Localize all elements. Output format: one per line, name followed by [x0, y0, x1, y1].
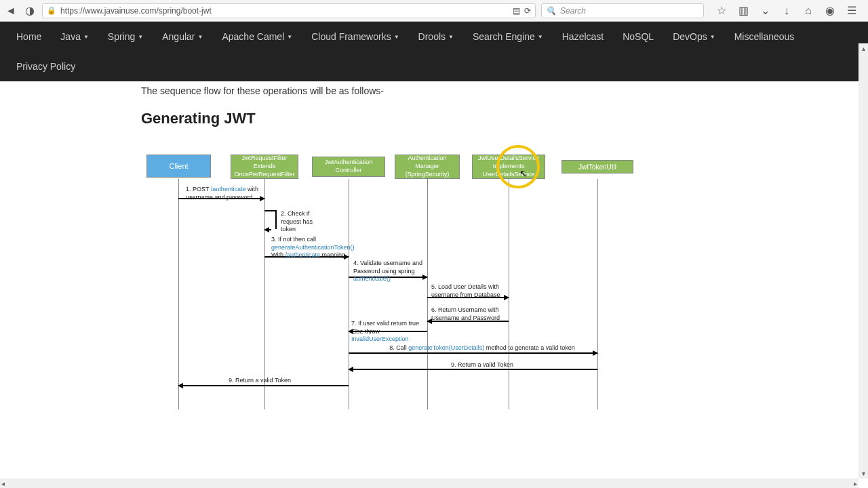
lifeline-filter	[264, 179, 265, 409]
section-heading: Generating JWT	[141, 110, 868, 127]
main-nav: Home Java▼ Spring▼ Angular▼ Apache Camel…	[0, 22, 868, 81]
label-10: 9. Return a valid Token	[209, 377, 311, 385]
chevron-down-icon: ▼	[394, 34, 399, 40]
reader-icon[interactable]: ▤	[513, 6, 520, 16]
nav-apache-camel[interactable]: Apache Camel▼	[212, 22, 302, 52]
box-client: Client	[146, 155, 211, 178]
box-jwt-user-details-service: JwtUserDetailsServiceImplementsUserDetai…	[472, 155, 545, 179]
label-9: 9. Return a valid Token	[370, 361, 594, 369]
box-jwt-request-filter: JwtRequestFilterExtendsOncePerRequestFil…	[231, 155, 298, 179]
search-icon: 🔍	[546, 6, 556, 16]
shield-icon[interactable]: ◑	[23, 4, 37, 18]
label-5: 5. Load User Details with username from …	[431, 283, 509, 299]
star-icon[interactable]: ☆	[715, 4, 728, 18]
url-bar[interactable]: 🔒 https://www.javainuse.com/spring/boot-…	[42, 3, 536, 18]
box-auth-manager: AuthenticationManager(SpringSecurity)	[395, 155, 460, 179]
arrow-8	[349, 352, 597, 354]
intro-text: The sequence flow for these operations w…	[141, 85, 868, 96]
chat-icon[interactable]: ◉	[823, 4, 837, 18]
lifeline-controller	[349, 179, 349, 409]
nav-angular[interactable]: Angular▼	[153, 22, 212, 52]
nav-hazelcast[interactable]: Hazelcast	[553, 22, 613, 52]
label-4: 4. Validate username and Password using …	[353, 260, 425, 283]
label-1: 1. POST /authenticate with username and …	[186, 186, 264, 201]
nav-devops[interactable]: DevOps▼	[663, 22, 725, 52]
lifeline-authmanager	[427, 179, 428, 409]
vertical-scrollbar[interactable]: ▴▾	[859, 43, 868, 479]
chevron-down-icon: ▼	[448, 34, 454, 40]
nav-drools[interactable]: Drools▼	[409, 22, 463, 52]
nav-privacy-policy[interactable]: Privacy Policy	[7, 52, 88, 81]
nav-spring[interactable]: Spring▼	[98, 22, 153, 52]
menu-icon[interactable]: ☰	[845, 4, 859, 18]
label-3: 3. If not then call generateAuthenticati…	[271, 236, 349, 260]
browser-toolbar: ◄ ◑ 🔒 https://www.javainuse.com/spring/b…	[0, 0, 868, 22]
chevron-down-icon: ▼	[538, 34, 543, 40]
pocket-icon[interactable]: ⌄	[758, 4, 772, 18]
library-icon[interactable]: ▥	[736, 4, 750, 18]
chevron-down-icon: ▼	[138, 34, 143, 40]
lifeline-client	[178, 179, 179, 409]
back-button[interactable]: ◄	[4, 4, 18, 18]
arrow-10	[178, 385, 349, 386]
page-content: The sequence flow for these operations w…	[0, 81, 868, 412]
label-8: 8. Call generateToken(UserDetails) metho…	[370, 344, 594, 352]
nav-miscellaneous[interactable]: Miscellaneous	[725, 22, 804, 52]
lock-icon: 🔒	[47, 6, 56, 15]
label-7: 7. If user valid return true Else throw …	[351, 320, 429, 344]
box-jwt-token-util: JwtTokenUtil	[561, 160, 633, 174]
chevron-down-icon: ▼	[287, 34, 292, 40]
search-placeholder: Search	[560, 6, 586, 16]
label-6: 6. Return Username with Username and Pas…	[431, 306, 509, 322]
chevron-down-icon: ▼	[198, 34, 203, 40]
url-text: https://www.javainuse.com/spring/boot-jw…	[60, 6, 509, 16]
home-icon[interactable]: ⌂	[802, 4, 815, 18]
nav-nosql[interactable]: NoSQL	[613, 22, 663, 52]
nav-search-engine[interactable]: Search Engine▼	[463, 22, 553, 52]
chevron-down-icon: ▼	[710, 34, 715, 40]
arrow-2b	[275, 210, 277, 229]
sequence-diagram: Client JwtRequestFilterExtendsOncePerReq…	[141, 155, 643, 412]
nav-cloud-frameworks[interactable]: Cloud Frameworks▼	[302, 22, 408, 52]
toolbar-icons: ☆ ▥ ⌄ ↓ ⌂ ◉ ☰	[709, 4, 864, 18]
horizontal-scrollbar[interactable]: ◂▸	[0, 479, 859, 488]
lifeline-tokenutil	[597, 179, 598, 409]
download-icon[interactable]: ↓	[780, 4, 793, 18]
label-2: 2. Check if request has token	[281, 210, 318, 234]
arrow-2	[264, 229, 271, 230]
nav-home[interactable]: Home	[7, 22, 51, 52]
reload-icon[interactable]: ⟳	[524, 6, 531, 16]
nav-java[interactable]: Java▼	[51, 22, 98, 52]
cursor-icon: ↖	[519, 168, 528, 179]
box-jwt-auth-controller: JwtAuthenticationController	[312, 157, 385, 177]
chevron-down-icon: ▼	[83, 34, 89, 40]
search-box[interactable]: 🔍 Search	[541, 3, 704, 18]
